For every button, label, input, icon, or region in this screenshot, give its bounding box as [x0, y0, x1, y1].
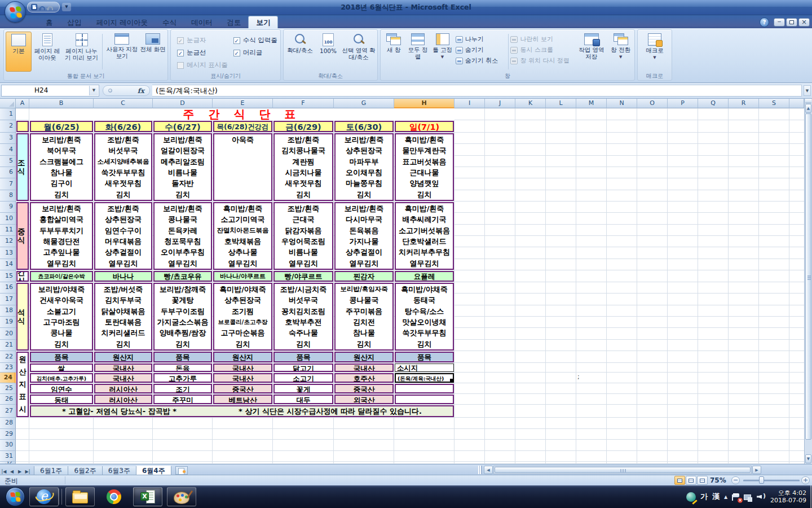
- origin-cell[interactable]: 조기: [153, 384, 212, 393]
- meal-cell[interactable]: 조밥/흰죽김치콩나물국계란찜시금치나물새우젓무침김치: [273, 133, 333, 201]
- hide-button[interactable]: 숨기기: [456, 46, 506, 54]
- col-header-D[interactable]: D: [153, 99, 213, 108]
- col-header-J[interactable]: J: [485, 99, 515, 108]
- day-header-cell[interactable]: 토(6/30): [334, 121, 394, 132]
- row-header-26[interactable]: 26: [0, 394, 16, 405]
- meal-cell[interactable]: 보리밥/흰죽북어무국스크램블에그참나물김구이김치: [30, 133, 93, 201]
- col-header-R[interactable]: R: [729, 99, 759, 108]
- snack-cell[interactable]: 바나나: [94, 271, 152, 282]
- origin-cell[interactable]: 소시지: [395, 364, 454, 372]
- zoom-100-button[interactable]: 100 100%: [316, 32, 341, 72]
- page-layout-shortcut[interactable]: [686, 476, 696, 485]
- origin-header-cell[interactable]: 품목: [30, 352, 93, 362]
- office-button[interactable]: [5, 1, 26, 23]
- checkbox-formula-bar[interactable]: ✓수식 입력줄: [233, 36, 277, 45]
- origin-cell[interactable]: 국내산: [334, 364, 394, 372]
- tab-data[interactable]: 데이터: [184, 16, 220, 29]
- snack-cell[interactable]: 요플레: [395, 271, 454, 282]
- taskbar-explorer-button[interactable]: [65, 487, 95, 506]
- horizontal-scroll-track[interactable]: [493, 466, 752, 474]
- meal-cell[interactable]: 보리밥/흰죽홍합살미역국두부두루치기해물경단전고추잎나물열무김치: [30, 202, 93, 270]
- origin-cell[interactable]: [395, 384, 454, 393]
- row-header-31[interactable]: 31: [0, 451, 16, 462]
- checkbox-ruler[interactable]: ✓눈금자: [177, 36, 228, 45]
- close-button[interactable]: ×: [798, 18, 810, 27]
- origin-cell[interactable]: 김치(배추.고추가루): [30, 373, 93, 383]
- new-window-button[interactable]: 새 창: [382, 32, 405, 72]
- meal-cell[interactable]: 보리밥/흰죽상추된장국마파두부오이채무침마늘쫑무침김치: [334, 133, 394, 201]
- origin-cell[interactable]: 국내산: [213, 373, 272, 383]
- row-header-10[interactable]: 10: [0, 213, 16, 225]
- col-header-K[interactable]: K: [515, 99, 546, 108]
- meal-cell[interactable]: 흑미밥/흰죽소고기미역국잔멸치아몬드볶음호박채볶음상추나물열무김치: [213, 202, 272, 270]
- origin-header-cell[interactable]: 원산지: [213, 352, 272, 362]
- vertical-split-handle[interactable]: [805, 99, 811, 103]
- show-hidden-icons-button[interactable]: ▲: [724, 494, 727, 500]
- horizontal-scroll-thumb[interactable]: [495, 467, 751, 473]
- snack-cell[interactable]: 찐감자: [334, 271, 394, 282]
- origin-cell[interactable]: 러시아산: [94, 384, 152, 393]
- origin-cell[interactable]: 동태: [30, 395, 93, 404]
- scroll-down-button[interactable]: ▼: [805, 454, 811, 463]
- vertical-scrollbar[interactable]: ▲ ▼: [804, 99, 812, 464]
- volume-icon[interactable]: [757, 493, 766, 501]
- row-header-19[interactable]: 19: [0, 317, 16, 328]
- name-box[interactable]: H24 ▼: [1, 85, 99, 97]
- day-header-cell[interactable]: 수(6/27): [153, 121, 212, 132]
- checkbox-message-bar[interactable]: 메시지 표시줄: [177, 61, 228, 69]
- stray-cell-m24[interactable]: ;: [577, 373, 594, 382]
- meal-cell[interactable]: 조밥/흰죽근대국닭감자볶음우엉어묵조림비름나물열무김치: [273, 202, 333, 270]
- row-header-7[interactable]: 7: [0, 178, 16, 190]
- view-side-by-side-button[interactable]: 나란히 보기: [510, 35, 574, 43]
- scroll-left-button[interactable]: ◀: [484, 466, 493, 474]
- meal-label-간식[interactable]: 간식: [16, 271, 29, 282]
- save-icon[interactable]: [31, 4, 37, 10]
- meal-cell[interactable]: 보리밥/흑임자죽콩나물국주꾸미볶음김치전참나물김치: [334, 283, 394, 351]
- row-header-30[interactable]: 30: [0, 440, 16, 451]
- zoom-slider-track[interactable]: [743, 480, 800, 481]
- meal-cell[interactable]: 아욱죽: [213, 133, 272, 201]
- ime-hanja-indicator[interactable]: 漢: [712, 492, 720, 502]
- tab-review[interactable]: 검토: [219, 16, 248, 29]
- row-header-5[interactable]: 5: [0, 156, 16, 167]
- action-center-icon[interactable]: [732, 494, 739, 501]
- tab-formulas[interactable]: 수식: [155, 16, 184, 29]
- origin-header-cell[interactable]: 원산지: [94, 352, 152, 362]
- meal-cell[interactable]: 조밥/흰죽버섯무국소세지양배추볶음쑥갓두부무침새우젓무침김치: [94, 133, 152, 201]
- formula-input[interactable]: (돈육/계육:국내산): [152, 85, 802, 97]
- origin-cell[interactable]: 돈육: [153, 364, 212, 372]
- col-header-G[interactable]: G: [334, 99, 394, 108]
- row-header-3[interactable]: 3: [0, 133, 16, 144]
- customize-qat-button[interactable]: ▼: [62, 3, 71, 11]
- row-header-20[interactable]: 20: [0, 328, 16, 340]
- zoom-to-selection-button[interactable]: 선택 영역 확대/축소: [342, 32, 376, 72]
- meal-cell[interactable]: 보리밥/흰죽콩나물국돈육카레청포묵무침오이부추무침열무김치: [153, 202, 212, 270]
- full-screen-button[interactable]: 전체 화면: [140, 32, 166, 72]
- clock[interactable]: 오후 4:02 2018-07-09: [770, 489, 809, 504]
- select-all-corner[interactable]: [0, 99, 16, 108]
- col-header-F[interactable]: F: [273, 99, 334, 108]
- selected-cell-H24[interactable]: (돈육/계육:국내산): [395, 373, 454, 383]
- day-header-cell[interactable]: 일(7/1): [395, 121, 454, 132]
- origin-header-cell[interactable]: 품목: [273, 352, 333, 362]
- meal-cell[interactable]: 조밥/버섯죽김치두부국닭살야채볶음토란대볶음치커리샐러드김치: [94, 283, 152, 351]
- snack-cell[interactable]: 쵸코파이/갈은수박: [30, 271, 93, 282]
- row-header-9[interactable]: 9: [0, 202, 16, 213]
- snack-cell[interactable]: 빵/야쿠르트: [273, 271, 333, 282]
- page-layout-view-button[interactable]: 페이지 레이아웃: [33, 32, 62, 72]
- freeze-panes-button[interactable]: 틀 고정 ▼: [430, 32, 454, 72]
- origin-cell[interactable]: 소고기: [273, 373, 333, 383]
- origin-cell[interactable]: 러시아산: [94, 395, 152, 404]
- network-icon[interactable]: [744, 494, 752, 501]
- origin-cell[interactable]: 외국산: [334, 395, 394, 404]
- origin-cell[interactable]: 국내산: [213, 364, 272, 372]
- row-header-13[interactable]: 13: [0, 247, 16, 259]
- day-header-cell[interactable]: 화(6/26): [94, 121, 152, 132]
- meal-cell[interactable]: 보리밥/참깨죽꽃게탕두부구이조림가지굴소스볶음양배추찜/쌈장김치: [153, 283, 212, 351]
- taskbar-excel-button[interactable]: X: [133, 487, 162, 506]
- meal-cell[interactable]: 흑미밥/야채죽상추된장국조기찜브로콜리/초고추장고구마순볶음김치: [213, 283, 272, 351]
- col-header-B[interactable]: B: [29, 99, 94, 108]
- day-header-cell[interactable]: 금(6/29): [273, 121, 333, 132]
- insert-function-area[interactable]: fx: [103, 85, 150, 96]
- col-header-N[interactable]: N: [607, 99, 637, 108]
